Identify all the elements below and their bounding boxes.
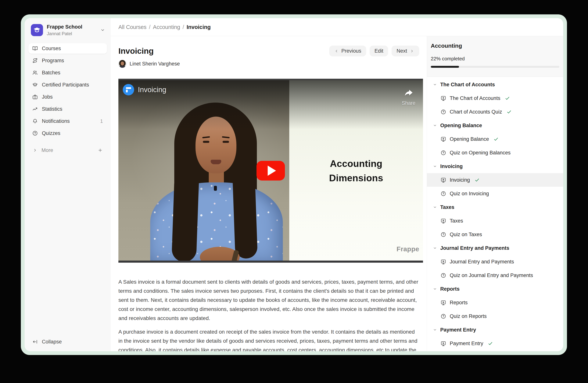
route-icon <box>32 58 38 63</box>
outline-item-label: Invoicing <box>450 177 470 183</box>
outline-section-label: Opening Balance <box>440 123 482 129</box>
next-label: Next <box>397 48 407 54</box>
outline-item-quiz-on-invoicing[interactable]: Quiz on Invoicing <box>427 187 563 200</box>
outline-item-reports[interactable]: Reports <box>427 296 563 309</box>
progress-bar-fill <box>431 66 459 68</box>
chevron-down-icon[interactable] <box>100 28 105 33</box>
video-lesson-icon <box>441 218 446 224</box>
outline-section-label: The Chart of Accounts <box>440 82 495 88</box>
course-title: Accounting <box>431 43 559 49</box>
help-circle-icon <box>32 130 38 136</box>
breadcrumb-bar: All Courses/Accounting/Invoicing <box>111 18 563 36</box>
outline-item-chart-of-accounts-quiz[interactable]: Chart of Accounts Quiz <box>427 105 563 119</box>
sidebar-item-batches[interactable]: Batches <box>28 67 107 78</box>
sidebar-item-certified-participants[interactable]: Certified Participants <box>28 79 107 90</box>
outline-item-label: Opening Balance <box>450 136 489 142</box>
edit-button[interactable]: Edit <box>370 46 388 57</box>
lesson-title-row: Invoicing Previous Edit Next <box>118 46 423 57</box>
progress-bar <box>431 66 559 68</box>
outline-section-taxes[interactable]: Taxes <box>427 200 563 214</box>
chevron-down-icon <box>433 123 437 128</box>
video-slide: Accounting Dimensions Frappe <box>289 79 423 263</box>
outline-item-opening-balance[interactable]: Opening Balance <box>427 132 563 146</box>
outline-section-invoicing[interactable]: Invoicing <box>427 159 563 173</box>
frappe-video-logo[interactable] <box>123 84 134 95</box>
outline-item-payment-entry[interactable]: Payment Entry <box>427 337 563 350</box>
sidebar-item-jobs[interactable]: Jobs <box>28 92 107 102</box>
chevron-down-icon <box>433 328 437 332</box>
outline-section-label: Reports <box>440 286 460 292</box>
plus-icon[interactable] <box>98 148 103 153</box>
video-title[interactable]: Invoicing <box>138 86 166 94</box>
book-open-icon <box>32 46 38 51</box>
video-lesson-icon <box>441 259 446 265</box>
lesson-paragraph: A purchase invoice is a document created… <box>118 327 420 351</box>
bell-icon <box>32 118 38 124</box>
video-lesson-icon <box>441 95 446 101</box>
course-outline-sidebar: Accounting 22% completed The Chart of Ac… <box>427 36 563 351</box>
outline-item-quiz-on-opening-balances[interactable]: Quiz on Opening Balances <box>427 146 563 159</box>
outline-section-payment-entry[interactable]: Payment Entry <box>427 323 563 337</box>
course-progress-header: Accounting 22% completed <box>427 36 563 77</box>
video-lesson-icon <box>441 177 446 183</box>
video-lesson-icon <box>441 136 446 142</box>
breadcrumb-link-accounting[interactable]: Accounting <box>153 24 180 30</box>
outline-item-invoicing[interactable]: Invoicing <box>427 173 563 187</box>
page-title: Invoicing <box>118 46 154 56</box>
collapse-label: Collapse <box>42 339 62 345</box>
outline-item-taxes[interactable]: Taxes <box>427 214 563 228</box>
outline-item-label: Quiz on Opening Balances <box>450 150 510 156</box>
outline-item-label: Reports <box>450 300 468 306</box>
video-bottom-bar <box>118 261 423 263</box>
video-title-row: Invoicing <box>123 84 166 95</box>
next-button[interactable]: Next <box>392 46 419 57</box>
author-row: Linet Sherin Varghese <box>118 60 423 68</box>
outline-item-quiz-on-journal-entry-and-payments[interactable]: Quiz on Journal Entry and Payments <box>427 268 563 282</box>
outline-section-journal-entry-and-payments[interactable]: Journal Entry and Payments <box>427 241 563 255</box>
outline-section-the-chart-of-accounts[interactable]: The Chart of Accounts <box>427 78 563 91</box>
content-row: Invoicing Previous Edit Next <box>111 36 563 351</box>
outline-item-quiz-on-taxes[interactable]: Quiz on Taxes <box>427 228 563 241</box>
chevron-left-icon <box>334 49 339 53</box>
outline-item-journal-entry-and-payments[interactable]: Journal Entry and Payments <box>427 255 563 268</box>
video-lesson-icon <box>441 341 446 346</box>
edit-label: Edit <box>375 48 383 54</box>
workspace-switcher[interactable]: Frappe School Jannat Patel <box>31 24 107 36</box>
previous-button[interactable]: Previous <box>329 46 366 57</box>
lesson-paragraph: A Sales invoice is a formal document sen… <box>118 277 420 323</box>
breadcrumb-link-all-courses[interactable]: All Courses <box>118 24 147 30</box>
sidebar-item-statistics[interactable]: Statistics <box>28 104 107 114</box>
outline-section-label: Journal Entry and Payments <box>440 245 509 251</box>
breadcrumb: All Courses/Accounting/Invoicing <box>118 24 211 30</box>
sidebar-item-quizzes[interactable]: Quizzes <box>28 128 107 138</box>
chevron-down-icon <box>433 82 437 87</box>
share-button[interactable]: Share <box>402 88 415 106</box>
chevron-down-icon <box>433 164 437 168</box>
outline-item-quiz-on-reports[interactable]: Quiz on Reports <box>427 309 563 323</box>
previous-label: Previous <box>341 48 361 54</box>
breadcrumb-separator: / <box>149 24 150 30</box>
sidebar-item-more[interactable]: More <box>28 145 107 155</box>
play-button[interactable] <box>256 161 285 181</box>
sidebar-item-courses[interactable]: Courses <box>28 43 107 54</box>
sidebar-item-notifications[interactable]: Notifications 1 <box>28 116 107 126</box>
briefcase-icon <box>32 94 38 100</box>
content-column: All Courses/Accounting/Invoicing Invoici… <box>111 18 563 351</box>
outline-section-label: Payment Entry <box>440 327 476 333</box>
sidebar-item-programs[interactable]: Programs <box>28 55 107 66</box>
check-icon <box>475 177 480 183</box>
quiz-icon <box>441 232 446 237</box>
outline-section-opening-balance[interactable]: Opening Balance <box>427 119 563 132</box>
share-label: Share <box>402 100 415 106</box>
outline-item-label: Journal Entry and Payments <box>450 259 514 265</box>
video-lesson-icon <box>441 300 446 306</box>
user-name: Jannat Patel <box>47 31 83 36</box>
users-icon <box>32 70 38 76</box>
outline-section-reports[interactable]: Reports <box>427 282 563 296</box>
collapse-sidebar-button[interactable]: Collapse <box>32 336 62 347</box>
breadcrumb-separator: / <box>183 24 184 30</box>
outline-item-the-chart-of-accounts[interactable]: The Chart of Accounts <box>427 91 563 105</box>
quiz-icon <box>441 109 446 115</box>
video-player[interactable]: Accounting Dimensions Frappe Invoicing <box>118 79 423 263</box>
lesson-text: A Sales invoice is a formal document sen… <box>118 277 423 351</box>
